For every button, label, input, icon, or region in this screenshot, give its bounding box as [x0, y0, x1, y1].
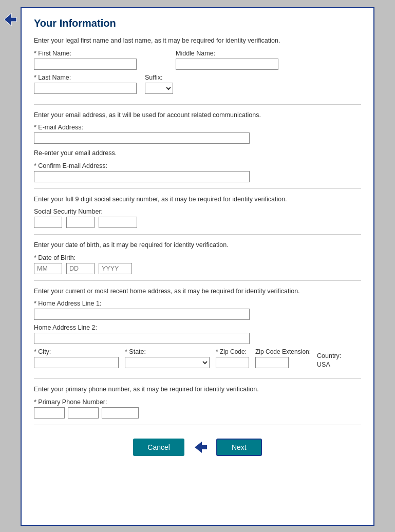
phone-part1-input[interactable] — [34, 407, 65, 419]
email-label: * E-mail Address: — [34, 124, 361, 131]
left-arrow-icon — [0, 10, 18, 29]
city-group: * City: — [34, 348, 119, 368]
zip-group: * Zip Code: — [216, 348, 249, 368]
phone-group: * Primary Phone Number: — [34, 398, 361, 419]
email-section: Enter your email address, as it will be … — [34, 111, 361, 189]
page-wrapper: Your Information Enter your legal first … — [0, 5, 395, 532]
first-name-input[interactable] — [34, 59, 137, 70]
zip-input[interactable] — [216, 357, 249, 368]
addr1-group: * Home Address Line 1: — [34, 300, 361, 320]
dob-section: Enter your date of birth, as it may be r… — [34, 241, 361, 281]
dob-inputs-row — [34, 263, 361, 274]
ssn-part1-input[interactable] — [34, 217, 62, 228]
next-button[interactable]: Next — [216, 439, 262, 456]
zip-ext-input[interactable] — [255, 357, 289, 368]
suffix-select[interactable]: Jr. Sr. II III IV — [145, 83, 173, 94]
addr2-group: Home Address Line 2: — [34, 324, 361, 344]
email-section-desc: Enter your email address, as it will be … — [34, 111, 361, 120]
name-row-bottom: * Last Name: Suffix: Jr. Sr. II III IV — [34, 74, 361, 94]
next-arrow-icon — [193, 440, 208, 455]
state-select[interactable]: AL AK AZ CA CO FL GA NY TX — [125, 357, 210, 368]
phone-section: Enter your primary phone number, as it m… — [34, 385, 361, 425]
addr1-label: * Home Address Line 1: — [34, 300, 361, 307]
addr2-label: Home Address Line 2: — [34, 324, 361, 331]
country-value: USA — [317, 361, 341, 368]
country-label: Country: — [317, 352, 341, 359]
ssn-inputs-row — [34, 217, 361, 228]
country-group: Country: USA — [317, 352, 341, 368]
state-label: * State: — [125, 348, 210, 355]
state-group: * State: AL AK AZ CA CO FL GA NY TX — [125, 348, 210, 368]
email-group: * E-mail Address: — [34, 124, 361, 144]
last-name-label: * Last Name: — [34, 74, 137, 81]
addr2-input[interactable] — [34, 333, 250, 344]
name-section: Enter your legal first name and last nam… — [34, 36, 361, 105]
addr1-input[interactable] — [34, 309, 250, 320]
suffix-group: Suffix: Jr. Sr. II III IV — [145, 74, 173, 94]
right-arrow-icon — [377, 488, 395, 506]
last-name-input[interactable] — [34, 83, 137, 94]
zip-ext-label: Zip Code Extension: — [255, 348, 311, 355]
svg-marker-1 — [195, 442, 207, 453]
dob-label: * Date of Birth: — [34, 254, 361, 261]
dob-dd-input[interactable] — [66, 263, 95, 274]
address-section-desc: Enter your current or most recent home a… — [34, 287, 361, 296]
name-row-top: * First Name: Middle Name: — [34, 50, 361, 70]
city-state-zip-row: * City: * State: AL AK AZ CA CO FL GA NY — [34, 348, 361, 368]
svg-marker-0 — [4, 13, 16, 26]
ssn-group: Social Security Number: — [34, 208, 361, 228]
dob-mm-input[interactable] — [34, 263, 62, 274]
zip-ext-group: Zip Code Extension: — [255, 348, 311, 368]
address-section: Enter your current or most recent home a… — [34, 287, 361, 379]
phone-label: * Primary Phone Number: — [34, 398, 361, 406]
ssn-label: Social Security Number: — [34, 208, 361, 215]
dob-section-desc: Enter your date of birth, as it may be r… — [34, 241, 361, 250]
middle-name-input[interactable] — [176, 59, 278, 70]
buttons-row: Cancel Next — [34, 434, 361, 456]
form-container: Your Information Enter your legal first … — [21, 7, 374, 526]
first-name-group: * First Name: — [34, 50, 137, 70]
confirm-email-desc: Re-enter your email address. — [34, 149, 361, 158]
dob-group: * Date of Birth: — [34, 254, 361, 274]
first-name-label: * First Name: — [34, 50, 137, 57]
name-section-desc: Enter your legal first name and last nam… — [34, 36, 361, 46]
suffix-label: Suffix: — [145, 74, 173, 81]
ssn-part3-input[interactable] — [99, 217, 137, 228]
cancel-button[interactable]: Cancel — [133, 439, 184, 456]
phone-part3-input[interactable] — [102, 407, 139, 419]
page-title: Your Information — [34, 17, 361, 29]
confirm-email-group: * Confirm E-mail Address: — [34, 162, 361, 182]
email-input[interactable] — [34, 132, 250, 144]
zip-label: * Zip Code: — [216, 348, 249, 355]
middle-name-label: Middle Name: — [176, 50, 278, 57]
phone-part2-input[interactable] — [68, 407, 99, 419]
ssn-part2-input[interactable] — [66, 217, 95, 228]
city-input[interactable] — [34, 357, 119, 368]
ssn-section: Enter your full 9 digit social security … — [34, 195, 361, 235]
confirm-email-input[interactable] — [34, 171, 250, 182]
confirm-email-label: * Confirm E-mail Address: — [34, 162, 361, 169]
ssn-section-desc: Enter your full 9 digit social security … — [34, 195, 361, 204]
phone-inputs-row — [34, 407, 361, 419]
last-name-group: * Last Name: — [34, 74, 137, 94]
city-label: * City: — [34, 348, 119, 355]
phone-section-desc: Enter your primary phone number, as it m… — [34, 385, 361, 394]
dob-yyyy-input[interactable] — [99, 263, 132, 274]
middle-name-group: Middle Name: — [176, 50, 278, 70]
